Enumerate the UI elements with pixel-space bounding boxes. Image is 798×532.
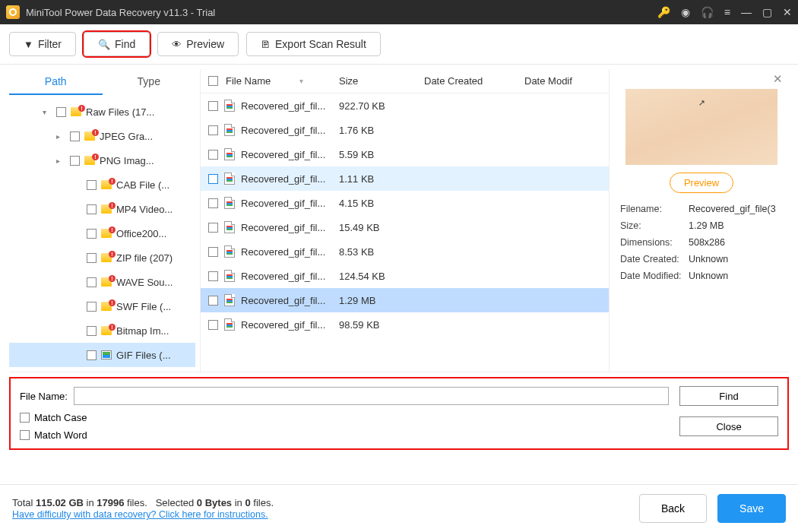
- col-filename[interactable]: File Name: [226, 75, 271, 87]
- match-case-checkbox[interactable]: [20, 413, 30, 423]
- globe-icon[interactable]: ◉: [681, 6, 690, 18]
- file-icon: [224, 245, 235, 258]
- headset-icon[interactable]: 🎧: [701, 6, 714, 18]
- tree-checkbox[interactable]: [87, 277, 97, 287]
- chevron-right-icon: ▸: [56, 157, 65, 165]
- chevron-down-icon: ▾: [43, 108, 52, 116]
- file-row[interactable]: Recovered_gif_fil...124.54 KB: [201, 264, 609, 288]
- folder-icon: [84, 156, 95, 165]
- folder-icon: [101, 326, 112, 335]
- close-button[interactable]: ✕: [783, 6, 792, 18]
- back-button[interactable]: Back: [639, 494, 707, 523]
- tab-type[interactable]: Type: [103, 69, 196, 95]
- file-checkbox[interactable]: [208, 296, 218, 306]
- folder-icon: [101, 180, 112, 189]
- file-row[interactable]: Recovered_gif_fil...98.59 KB: [201, 312, 609, 337]
- file-size: 1.29 MB: [339, 295, 415, 306]
- file-icon: [224, 294, 235, 306]
- tree-checkbox[interactable]: [87, 350, 97, 360]
- find-filename-label: File Name:: [20, 391, 68, 402]
- preview-open-button[interactable]: Preview: [670, 173, 733, 193]
- find-panel-close-button[interactable]: Close: [679, 416, 778, 436]
- tree-item[interactable]: JPEG Ca...: [9, 367, 195, 372]
- tree-checkbox[interactable]: [56, 107, 66, 117]
- file-icon: [224, 221, 235, 233]
- file-row[interactable]: Recovered_gif_fil...1.76 KB: [201, 118, 609, 142]
- tree-checkbox[interactable]: [87, 326, 97, 336]
- minimize-button[interactable]: —: [741, 6, 752, 18]
- tree-item[interactable]: CAB File (...: [9, 173, 195, 197]
- file-checkbox[interactable]: [208, 150, 218, 160]
- file-size: 124.54 KB: [339, 271, 415, 282]
- find-button[interactable]: 🔍Find: [84, 32, 150, 56]
- file-name: Recovered_gif_fil...: [241, 319, 325, 331]
- file-name: Recovered_gif_fil...: [241, 100, 325, 112]
- find-filename-input[interactable]: [74, 387, 669, 405]
- window-title: MiniTool Power Data Recovery v11.3 - Tri…: [26, 7, 657, 18]
- find-panel-find-button[interactable]: Find: [679, 386, 778, 406]
- tree-checkbox[interactable]: [87, 180, 97, 190]
- tree-item[interactable]: ▾Raw Files (17...: [9, 100, 195, 124]
- col-size[interactable]: Size: [339, 75, 415, 87]
- tree-checkbox[interactable]: [87, 302, 97, 312]
- file-checkbox[interactable]: [208, 247, 218, 257]
- tree-checkbox[interactable]: [87, 204, 97, 214]
- file-icon: [224, 124, 235, 136]
- file-row[interactable]: Recovered_gif_fil...8.53 KB: [201, 239, 609, 264]
- meta-filename-value: Recovered_gif_file(3: [689, 204, 783, 214]
- file-checkbox[interactable]: [208, 223, 218, 233]
- file-row[interactable]: Recovered_gif_fil...1.11 KB: [201, 166, 609, 191]
- file-row[interactable]: Recovered_gif_fil...922.70 KB: [201, 93, 609, 118]
- folder-tree[interactable]: ▾Raw Files (17...▸JPEG Gra...▸PNG Imag..…: [9, 95, 195, 372]
- tree-checkbox[interactable]: [70, 131, 80, 141]
- file-checkbox[interactable]: [208, 174, 218, 184]
- tree-item[interactable]: ZIP file (207): [9, 245, 195, 270]
- tree-checkbox[interactable]: [87, 229, 97, 239]
- tree-item[interactable]: WAVE Sou...: [9, 270, 195, 294]
- file-row[interactable]: Recovered_gif_fil...4.15 KB: [201, 191, 609, 215]
- tree-item[interactable]: MP4 Video...: [9, 197, 195, 221]
- export-button[interactable]: 🖹Export Scan Result: [246, 32, 381, 56]
- menu-icon[interactable]: ≡: [724, 6, 730, 18]
- tree-item[interactable]: GIF Files (...: [9, 343, 195, 367]
- filter-button[interactable]: ▼Filter: [9, 32, 76, 56]
- file-checkbox[interactable]: [208, 101, 218, 111]
- tree-item[interactable]: ▸PNG Imag...: [9, 148, 195, 173]
- match-word-checkbox[interactable]: [20, 430, 30, 440]
- file-list-header: File Name▾ Size Date Created Date Modif: [201, 69, 609, 93]
- status-text: Total 115.02 GB in 17996 files. Selected…: [12, 497, 639, 508]
- file-checkbox[interactable]: [208, 125, 218, 135]
- chevron-right-icon: ▸: [56, 132, 65, 141]
- tree-item[interactable]: Office200...: [9, 221, 195, 245]
- tree-checkbox[interactable]: [70, 156, 80, 166]
- close-preview-icon[interactable]: ✕: [773, 72, 783, 86]
- file-row[interactable]: Recovered_gif_fil...15.49 KB: [201, 215, 609, 239]
- key-icon[interactable]: 🔑: [657, 6, 670, 18]
- meta-dimensions-label: Dimensions:: [620, 237, 689, 248]
- tree-checkbox[interactable]: [87, 253, 97, 263]
- file-row[interactable]: Recovered_gif_fil...1.29 MB: [201, 288, 609, 312]
- maximize-button[interactable]: ▢: [762, 6, 772, 18]
- toolbar: ▼Filter 🔍Find 👁Preview 🖹Export Scan Resu…: [0, 24, 798, 65]
- file-checkbox[interactable]: [208, 320, 218, 330]
- preview-button[interactable]: 👁Preview: [157, 32, 239, 56]
- meta-modified-value: Unknown: [689, 271, 783, 281]
- file-row[interactable]: Recovered_gif_fil...5.59 KB: [201, 142, 609, 166]
- tab-path[interactable]: Path: [9, 69, 103, 95]
- file-checkbox[interactable]: [208, 198, 218, 208]
- file-list[interactable]: Recovered_gif_fil...922.70 KBRecovered_g…: [201, 93, 609, 372]
- tree-item[interactable]: Bitmap Im...: [9, 318, 195, 343]
- file-checkbox[interactable]: [208, 271, 218, 281]
- export-icon: 🖹: [261, 39, 271, 50]
- help-link[interactable]: Have difficulty with data recovery? Clic…: [12, 509, 268, 520]
- tree-item[interactable]: SWF File (...: [9, 294, 195, 318]
- file-list-panel: File Name▾ Size Date Created Date Modif …: [200, 69, 610, 372]
- save-button[interactable]: Save: [717, 494, 786, 523]
- select-all-checkbox[interactable]: [208, 76, 218, 86]
- file-name: Recovered_gif_fil...: [241, 295, 325, 306]
- file-name: Recovered_gif_fil...: [241, 271, 325, 282]
- col-created[interactable]: Date Created: [424, 75, 515, 87]
- tree-item[interactable]: ▸JPEG Gra...: [9, 124, 195, 148]
- file-size: 1.11 KB: [339, 173, 415, 185]
- col-modified[interactable]: Date Modif: [524, 75, 601, 87]
